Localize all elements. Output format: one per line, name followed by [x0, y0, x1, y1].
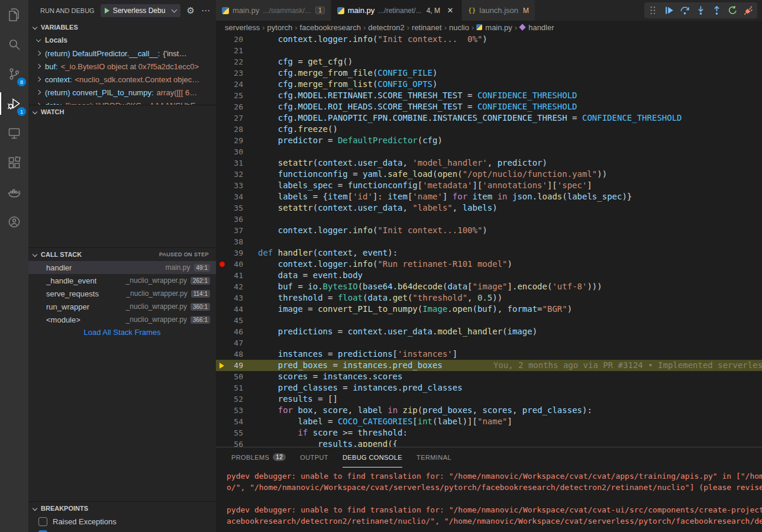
- breakpoint-row[interactable]: Raised Exceptions: [28, 515, 216, 528]
- code-editor[interactable]: 20 context.logger.info("Init context... …: [216, 34, 762, 447]
- breadcrumb-item-detectron2[interactable]: detectron2: [368, 23, 404, 32]
- breadcrumb-item-pytorch[interactable]: pytorch: [267, 23, 293, 32]
- code-line[interactable]: 30: [216, 146, 762, 157]
- code-line[interactable]: 45: [216, 315, 762, 326]
- code-text: context.logger.info("Run retinanet-R101 …: [243, 259, 512, 270]
- debug-console-output[interactable]: pydev debugger: unable to find translati…: [216, 467, 762, 527]
- code-line[interactable]: 53 for box, score, label in zip(pred_box…: [216, 405, 762, 416]
- code-line[interactable]: 25 cfg.MODEL.RETINANET.SCORE_THRESH_TEST…: [216, 90, 762, 101]
- code-line[interactable]: 38: [216, 236, 762, 247]
- code-line[interactable]: 21: [216, 45, 762, 56]
- restart-icon[interactable]: [725, 3, 740, 18]
- more-actions-icon[interactable]: ⋯: [201, 6, 210, 15]
- variables-scope-locals[interactable]: Locals: [28, 34, 216, 47]
- close-icon[interactable]: ✕: [445, 5, 456, 16]
- breadcrumb-item-serverless[interactable]: serverless: [225, 23, 260, 32]
- code-line[interactable]: 50 scores = instances.scores: [216, 371, 762, 382]
- code-line[interactable]: 48 instances = predictions['instances']: [216, 349, 762, 360]
- variables-section-header[interactable]: VARIABLES: [28, 21, 216, 34]
- checkbox[interactable]: [38, 517, 47, 526]
- code-line[interactable]: 51 pred_classes = instances.pred_classes: [216, 382, 762, 394]
- variable-row[interactable]: (return) convert_PIL_to_numpy:array([[[ …: [28, 86, 216, 99]
- code-line[interactable]: 26 cfg.MODEL.ROI_HEADS.SCORE_THRESH_TEST…: [216, 101, 762, 112]
- checkbox[interactable]: ✓: [38, 530, 47, 532]
- code-line[interactable]: 42 buf = io.BytesIO(base64.b64decode(dat…: [216, 281, 762, 292]
- code-line[interactable]: 24 cfg.merge_from_list(CONFIG_OPTS): [216, 79, 762, 90]
- code-line[interactable]: 54 label = COCO_CATEGORIES[int(label)]["…: [216, 416, 762, 427]
- code-line[interactable]: 49 pred_boxes = instances.pred_boxesYou,…: [216, 360, 762, 371]
- breakpoints-section-header[interactable]: BREAKPOINTS: [28, 502, 216, 515]
- call-stack-section-header[interactable]: CALL STACK PAUSED ON STEP: [28, 248, 216, 261]
- code-line[interactable]: 47: [216, 337, 762, 349]
- activity-bar-item-remote-explorer[interactable]: [0, 118, 28, 148]
- code-line[interactable]: 55 if score >= threshold:: [216, 427, 762, 439]
- code-line[interactable]: 31 setattr(context.user_data, 'model_han…: [216, 157, 762, 169]
- code-line[interactable]: 35 setattr(context.user_data, "labels", …: [216, 202, 762, 214]
- code-line[interactable]: 40 context.logger.info("Run retinanet-R1…: [216, 259, 762, 270]
- code-line[interactable]: 28 cfg.freeze(): [216, 124, 762, 135]
- disconnect-icon[interactable]: [741, 3, 756, 18]
- breadcrumb-item-handler[interactable]: handler: [519, 23, 554, 32]
- code-line[interactable]: 27 cfg.MODEL.PANOPTIC_FPN.COMBINE.INSTAN…: [216, 112, 762, 124]
- step-over-icon[interactable]: [677, 3, 692, 18]
- line-number: 38: [228, 236, 243, 247]
- activity-bar-item-live-share[interactable]: [0, 207, 28, 237]
- code-line[interactable]: 56 results.append({: [216, 439, 762, 447]
- editor-tab-main.py[interactable]: main.py.../siammask/...1: [216, 0, 331, 21]
- panel-tab-terminal[interactable]: TERMINAL: [416, 447, 451, 467]
- stack-frame-row[interactable]: run_wrapper_nuclio_wrapper.py360:1: [28, 300, 216, 313]
- editor-tab-launch.json[interactable]: {}launch.jsonM: [462, 0, 535, 21]
- breadcrumb-item-retinanet[interactable]: retinanet: [412, 23, 442, 32]
- code-line[interactable]: 44 image = convert_PIL_to_numpy(Image.op…: [216, 304, 762, 315]
- panel-tab-problems[interactable]: PROBLEMS12: [231, 447, 286, 467]
- code-line[interactable]: 39def handler(context, event):: [216, 247, 762, 259]
- code-line[interactable]: 36: [216, 214, 762, 225]
- activity-bar-item-extensions[interactable]: [0, 148, 28, 178]
- code-line[interactable]: 20 context.logger.info("Init context... …: [216, 34, 762, 45]
- continue-icon[interactable]: [661, 3, 676, 18]
- load-all-stack-frames-link[interactable]: Load All Stack Frames: [28, 328, 216, 337]
- code-line[interactable]: 46 predictions = context.user_data.model…: [216, 326, 762, 337]
- step-into-icon[interactable]: [693, 3, 708, 18]
- code-line[interactable]: 32 functionconfig = yaml.safe_load(open(…: [216, 169, 762, 180]
- code-line[interactable]: 37 context.logger.info("Init context...1…: [216, 225, 762, 236]
- code-text: predictor = DefaultPredictor(cfg): [243, 135, 443, 146]
- breakpoint-icon[interactable]: [216, 259, 228, 270]
- watch-section-header[interactable]: WATCH: [28, 105, 216, 118]
- launch-config-dropdown[interactable]: Serverless Debu: [101, 4, 180, 17]
- variable-row[interactable]: (return) DefaultPredictor.__call__:{'ins…: [28, 47, 216, 60]
- code-line[interactable]: 29 predictor = DefaultPredictor(cfg): [216, 135, 762, 146]
- code-line[interactable]: 41 data = event.body: [216, 270, 762, 281]
- stack-frame-row[interactable]: handlermain.py49:1: [28, 261, 216, 274]
- panel-tab-debug-console[interactable]: DEBUG CONSOLE: [343, 447, 402, 467]
- panel-tab-output[interactable]: OUTPUT: [300, 447, 328, 467]
- frame-name: run_wrapper: [46, 302, 89, 311]
- gear-icon[interactable]: ⚙: [187, 6, 195, 15]
- breadcrumb-item-facebookresearch[interactable]: facebookresearch: [300, 23, 361, 32]
- breakpoint-row[interactable]: ✓Uncaught Exceptions: [28, 528, 216, 532]
- stack-frame-row[interactable]: _handle_event_nuclio_wrapper.py262:1: [28, 274, 216, 287]
- stack-frame-row[interactable]: <module>_nuclio_wrapper.py366:1: [28, 313, 216, 326]
- code-line[interactable]: 52 results = []: [216, 394, 762, 405]
- variables-section: VARIABLES Locals (return) DefaultPredict…: [28, 21, 216, 105]
- activity-bar-item-source-control[interactable]: 8: [0, 59, 28, 89]
- line-number: 27: [228, 112, 243, 124]
- code-line[interactable]: 33 labels_spec = functionconfig['metadat…: [216, 180, 762, 191]
- variable-row[interactable]: context:<nuclio_sdk.context.Context obje…: [28, 73, 216, 86]
- variable-row[interactable]: buf:<_io.BytesIO object at 0x7f5a2dc1ecc…: [28, 60, 216, 73]
- activity-bar-item-explorer[interactable]: [0, 0, 28, 30]
- breadcrumb-item-nuclio[interactable]: nuclio: [449, 23, 469, 32]
- code-line[interactable]: 22 cfg = get_cfg(): [216, 56, 762, 67]
- stack-frame-row[interactable]: serve_requests_nuclio_wrapper.py114:1: [28, 287, 216, 300]
- code-line[interactable]: 43 threshold = float(data.get("threshold…: [216, 292, 762, 304]
- breadcrumb-item-main.py[interactable]: main.py: [476, 23, 512, 32]
- editor-tab-main.py[interactable]: main.py.../retinanet/...4, M✕: [331, 0, 462, 21]
- activity-bar-item-search[interactable]: [0, 30, 28, 59]
- step-out-icon[interactable]: [709, 3, 724, 18]
- start-debug-icon[interactable]: [105, 8, 109, 14]
- variable-row[interactable]: data:{'image': 'iVBORw0KG…AAAANSUhE…: [28, 99, 216, 105]
- code-line[interactable]: 23 cfg.merge_from_file(CONFIG_FILE): [216, 67, 762, 79]
- code-line[interactable]: 34 labels = {item['id']: item['name'] fo…: [216, 191, 762, 202]
- activity-bar-item-run-and-debug[interactable]: 1: [0, 89, 28, 118]
- activity-bar-item-docker[interactable]: [0, 178, 28, 207]
